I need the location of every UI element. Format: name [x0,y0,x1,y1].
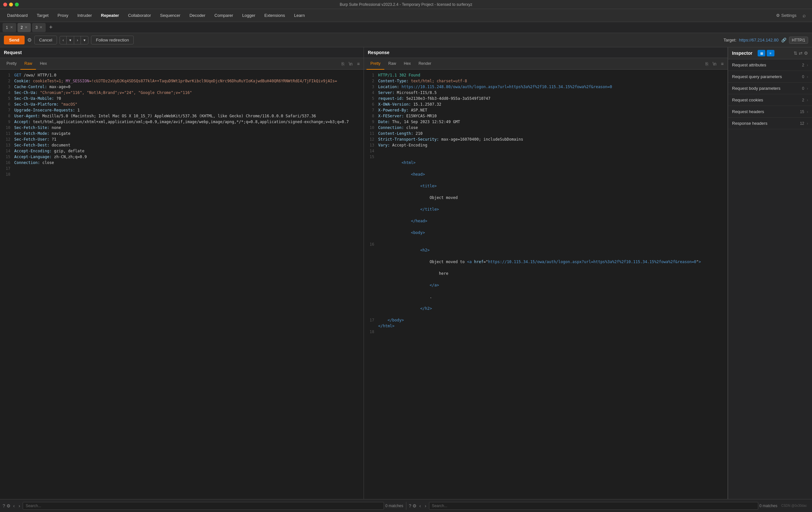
inspector-row-request-query[interactable]: Request query parameters 0 › [728,71,812,83]
nav-item-learn[interactable]: Learn [289,9,309,22]
maximize-button[interactable] [15,3,19,6]
tab-2-close[interactable]: ✕ [25,25,28,29]
inspector-toolbar: ⇅ ⇄ ⚙ [793,51,808,56]
nav-item-repeater[interactable]: Repeater [96,9,124,22]
code-line: 8 User-Agent: Mozilla/5.0 (Macintosh; In… [0,113,364,119]
toolbar-settings-icon[interactable]: ⚙ [27,37,32,43]
inspector-settings-icon[interactable]: ⚙ [804,51,808,56]
inspector-row-request-attributes[interactable]: Request attributes 2 › [728,59,812,71]
inspector-panel: Inspector ▦ ≡ ⇅ ⇄ ⚙ Request attributes 2… [728,47,812,499]
code-line: 4 Sec-Ch-Ua: "Chromium";v="116", "Not)A;… [0,90,364,96]
tab-response-pretty[interactable]: Pretty [367,58,384,70]
code-line: 17 [0,166,364,171]
settings-icon[interactable]: ⚙ Settings [776,13,796,18]
nav-item-proxy[interactable]: Proxy [53,9,73,22]
response-panel: Response Pretty Raw Hex Render ⎘ \n ≡ 1 … [364,47,728,499]
code-line: 9 Accept: text/html,application/xhtml+xm… [0,119,364,125]
code-line: 16 Connection: close [0,160,364,166]
tab-request-hex[interactable]: Hex [36,58,51,70]
chevron-right-icon: › [807,121,808,126]
response-copy-icon[interactable]: ⎘ [704,61,709,67]
tab-request-raw[interactable]: Raw [20,58,36,70]
tab-response-render[interactable]: Render [415,58,435,70]
chevron-right-icon: › [807,86,808,91]
inspector-row-response-headers[interactable]: Response headers 12 › [728,118,812,129]
nav-item-extensions[interactable]: Extensions [260,9,290,22]
code-line: 13 Vary: Accept-Encoding [364,142,727,148]
response-search-prev-button[interactable]: ‹ [418,503,422,509]
response-search-next-button[interactable]: › [424,503,428,509]
inspector-filter-icon[interactable]: ⇄ [799,51,803,56]
request-search-next-button[interactable]: › [17,503,21,509]
request-search-settings-icon[interactable]: ⚙ [6,503,11,508]
tab-response-raw[interactable]: Raw [384,58,400,70]
send-button[interactable]: Send [4,36,25,45]
back-dropdown-button[interactable]: ▾ [66,36,74,44]
inspector-row-request-body[interactable]: Request body parameters 0 › [728,83,812,94]
nav-bar: Dashboard Target Proxy Intruder Repeater… [0,9,812,22]
nav-item-logger[interactable]: Logger [238,9,260,22]
request-panel-header: Request [0,47,364,58]
forward-dropdown-button[interactable]: ▾ [81,36,88,44]
code-line: 2 Cookie: cookieTest=1; MY_SESSION=!cUJT… [0,78,364,84]
code-line: 15 <html> <head> <title> Object moved </… [364,154,727,241]
request-search-help-icon[interactable]: ? [3,503,5,508]
request-search-prev-button[interactable]: ‹ [12,503,16,509]
code-line: 2 Content-Type: text/html; charset=utf-8 [364,78,727,84]
tab-request-pretty[interactable]: Pretty [3,58,20,70]
http-badge[interactable]: HTTP/1 [789,36,808,44]
tab-add-button[interactable]: + [47,24,55,31]
minimize-button[interactable] [9,3,13,6]
request-menu-icon[interactable]: ≡ [356,61,361,67]
response-wrap-icon[interactable]: \n [711,61,718,67]
response-search-settings-icon[interactable]: ⚙ [412,503,417,508]
inspector-view-list[interactable]: ≡ [767,50,775,56]
tab-response-hex[interactable]: Hex [400,58,414,70]
window-controls [3,3,19,6]
request-match-count: 0 matches [385,504,403,508]
bottom-bar: ? ⚙ ‹ › 0 matches ? ⚙ ‹ › 0 matches CSDN… [0,499,812,512]
cancel-button[interactable]: Cancel [34,36,57,45]
inspector-view-table[interactable]: ▦ [758,50,765,56]
nav-item-decoder[interactable]: Decoder [185,9,210,22]
nav-item-target[interactable]: Target [32,9,53,22]
tab-2[interactable]: 2 ✕ [18,23,31,32]
watermark: CSDN @0x30dac [779,504,809,508]
code-line: 16 <h2> Object moved to <a href="https:/… [364,241,727,317]
request-code-area[interactable]: 1 GET /owa/ HTTP/1.0 2 Cookie: cookieTes… [0,70,364,499]
tab-1[interactable]: 1 ✕ [3,23,16,32]
forward-button[interactable]: › [74,36,81,44]
nav-item-collaborator[interactable]: Collaborator [123,9,155,22]
nav-item-comparer[interactable]: Comparer [210,9,238,22]
nav-item-sequencer[interactable]: Sequencer [155,9,185,22]
tab-3[interactable]: 3 ✕ [32,23,46,32]
nav-item-intruder[interactable]: Intruder [73,9,96,22]
nav-item-dashboard[interactable]: Dashboard [3,9,32,22]
inspector-sort-icon[interactable]: ⇅ [793,51,798,56]
response-code-area[interactable]: 1 HTTP/1.1 302 Found 2 Content-Type: tex… [364,70,727,499]
search-icon[interactable]: ⌕ [799,10,809,21]
request-wrap-icon[interactable]: \n [347,61,354,67]
code-line: 11 Sec-Fetch-Mode: navigate [0,131,364,136]
follow-redirection-button[interactable]: Follow redirection [91,36,134,45]
response-panel-header: Response [364,47,727,58]
response-search-input[interactable] [429,502,758,510]
response-search-help-icon[interactable]: ? [409,503,411,508]
tab-1-close[interactable]: ✕ [10,25,13,29]
close-button[interactable] [3,3,7,6]
inspector-title: Inspector [732,51,752,56]
tab-3-close[interactable]: ✕ [39,25,42,29]
inspector-view-toggle: ▦ ≡ [758,50,775,56]
link-icon[interactable]: 🔗 [781,37,786,43]
request-search-input[interactable] [23,502,384,510]
response-menu-icon[interactable]: ≡ [720,61,725,67]
inspector-row-request-cookies[interactable]: Request cookies 2 › [728,94,812,106]
code-line: 13 Sec-Fetch-Dest: document [0,142,364,148]
back-button[interactable]: ‹ [60,36,66,44]
code-line: 1 HTTP/1.1 302 Found [364,72,727,78]
inspector-row-request-headers[interactable]: Request headers 15 › [728,106,812,118]
chevron-right-icon: › [807,110,808,114]
window-title: Burp Suite Professional v2023.2.4 - Temp… [340,2,472,7]
request-copy-icon[interactable]: ⎘ [340,61,345,67]
code-line: 6 X-OWA-Version: 15.1.2507.32 [364,102,727,107]
